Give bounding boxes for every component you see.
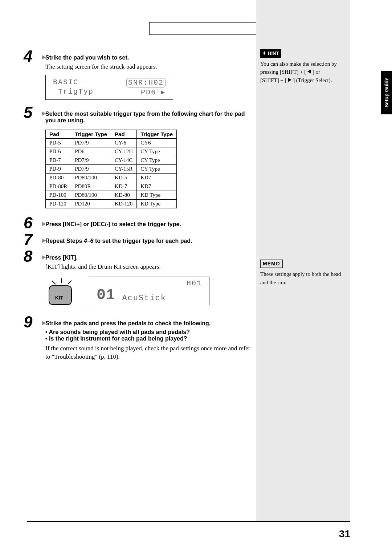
- trigger-type-table: PadTrigger TypePadTrigger Type PD-5PD7/9…: [45, 130, 177, 208]
- lcd-big-number: 01: [97, 288, 115, 303]
- hint-icon: ✦HINT: [260, 49, 281, 58]
- table-header: Trigger Type: [71, 130, 111, 138]
- table-cell: PD80/100: [71, 191, 111, 199]
- table-cell: KD Type: [137, 191, 177, 199]
- table-cell: CY Type: [137, 164, 177, 173]
- lcd-param: TrigTyp: [53, 87, 94, 97]
- lcd-screen-kit: H01 01 AcuStick: [89, 277, 209, 305]
- step-6: 6 Press [INC/+] or [DEC/-] to select the…: [27, 221, 256, 228]
- table-header: Pad: [46, 130, 71, 138]
- step-number: 5: [24, 103, 42, 122]
- table-cell: CY Type: [137, 156, 177, 164]
- table-cell: PD7/9: [71, 156, 111, 164]
- table-cell: PD120: [71, 199, 111, 208]
- table-cell: PD6: [71, 147, 111, 156]
- step-7: 7 Repeat Steps 4–6 to set the trigger ty…: [27, 238, 256, 244]
- step-5: 5 Select the most suitable trigger type …: [27, 111, 256, 208]
- table-cell: PD-6: [46, 147, 71, 156]
- table-cell: PD-120: [46, 199, 71, 208]
- table-cell: KD-80: [111, 191, 137, 199]
- side-column: ✦HINT You can also make the selection by…: [256, 0, 350, 521]
- table-row: PD-5PD7/9CY-6CY6: [46, 138, 177, 147]
- step-title: Press [INC/+] or [DEC/-] to select the t…: [45, 221, 256, 228]
- lcd-basic: BASIC: [53, 78, 78, 87]
- lcd-value: PD6: [141, 88, 161, 97]
- table-cell: PD-100: [46, 191, 71, 199]
- table-header: Trigger Type: [137, 130, 177, 138]
- table-cell: CY-12H: [111, 147, 137, 156]
- table-cell: CY-15R: [111, 164, 137, 173]
- step-title: Repeat Steps 4–6 to set the trigger type…: [45, 238, 256, 244]
- arrow-left-icon: [307, 69, 311, 74]
- table-row: PD-80PD80/100KD-5KD7: [46, 173, 177, 182]
- lcd-pad-indicator: SNR:H02: [126, 78, 166, 87]
- table-cell: PD7/9: [71, 164, 111, 173]
- table-cell: KD7: [137, 173, 177, 182]
- table-cell: KD-120: [111, 199, 137, 208]
- step-number: 9: [24, 313, 42, 331]
- table-row: PD-80RPD80RKD-7KD7: [46, 182, 177, 191]
- step-title: Strike the pad you wish to set.: [45, 54, 256, 61]
- step-text: If the correct sound is not being played…: [45, 344, 256, 362]
- kit-button-icon: KIT: [45, 275, 78, 307]
- svg-text:KIT: KIT: [55, 295, 64, 301]
- table-cell: PD-7: [46, 156, 71, 164]
- hint-text-3: ] (Trigger Select).: [291, 77, 332, 83]
- table-cell: KD7: [137, 182, 177, 191]
- table-cell: KD-7: [111, 182, 137, 191]
- step-title: Select the most suitable trigger type fr…: [45, 111, 256, 124]
- lcd-kit-name: AcuStick: [122, 294, 166, 303]
- footer-rule: [27, 521, 350, 522]
- step-number: 4: [24, 47, 42, 65]
- table-cell: CY-14C: [111, 156, 137, 164]
- table-row: PD-7PD7/9CY-14CCY Type: [46, 156, 177, 164]
- step-text: The setting screen for the struck pad ap…: [45, 62, 256, 71]
- step-title: Press [KIT].: [45, 254, 256, 261]
- lcd-arrow-icon: ▸: [161, 88, 166, 96]
- hint-text-1: You can also make the selection by press…: [260, 61, 337, 75]
- step-number: 6: [24, 214, 42, 232]
- svg-line-2: [68, 281, 72, 284]
- table-cell: KD Type: [137, 199, 177, 208]
- table-cell: PD-9: [46, 164, 71, 173]
- table-cell: PD80R: [71, 182, 111, 191]
- table-cell: CY Type: [137, 147, 177, 156]
- table-cell: PD-5: [46, 138, 71, 147]
- table-cell: PD7/9: [71, 138, 111, 147]
- step-8: 8 Press [KIT]. [KIT] lights, and the Dru…: [27, 254, 256, 307]
- side-tab: Setup Guide: [381, 71, 392, 114]
- list-item: Is the right instrument for each pad bei…: [45, 335, 256, 342]
- memo-text: These settings apply to both the head an…: [260, 270, 344, 286]
- table-row: PD-9PD7/9CY-15RCY Type: [46, 164, 177, 173]
- step-text: [KIT] lights, and the Drum Kit screen ap…: [45, 262, 256, 271]
- table-cell: CY6: [137, 138, 177, 147]
- check-list: Are sounds being played with all pads an…: [45, 329, 256, 342]
- step-number: 8: [24, 247, 42, 265]
- table-header: Pad: [111, 130, 137, 138]
- page-number: 31: [339, 528, 350, 540]
- table-cell: KD-5: [111, 173, 137, 182]
- table-row: PD-100PD80/100KD-80KD Type: [46, 191, 177, 199]
- step-9: 9 Strike the pads and press the pedals t…: [27, 320, 256, 362]
- table-cell: CY-6: [111, 138, 137, 147]
- memo-icon: MEMO: [260, 260, 283, 268]
- table-cell: PD-80R: [46, 182, 71, 191]
- list-item: Are sounds being played with all pads an…: [45, 329, 256, 335]
- lcd-screen-trigger: BASIC SNR:H02 TrigTyp PD6 ▸: [45, 75, 173, 100]
- svg-line-0: [52, 281, 56, 284]
- table-cell: PD-80: [46, 173, 71, 182]
- step-title: Strike the pads and press the pedals to …: [45, 320, 256, 327]
- hint-box: ✦HINT You can also make the selection by…: [260, 49, 340, 84]
- table-cell: PD80/100: [71, 173, 111, 182]
- step-number: 7: [24, 231, 42, 249]
- table-row: PD-6PD6CY-12HCY Type: [46, 147, 177, 156]
- memo-box: MEMO These settings apply to both the he…: [260, 260, 344, 286]
- table-row: PD-120PD120KD-120KD Type: [46, 199, 177, 208]
- arrow-right-icon: [288, 78, 291, 82]
- step-4: 4 Strike the pad you wish to set. The se…: [27, 54, 256, 100]
